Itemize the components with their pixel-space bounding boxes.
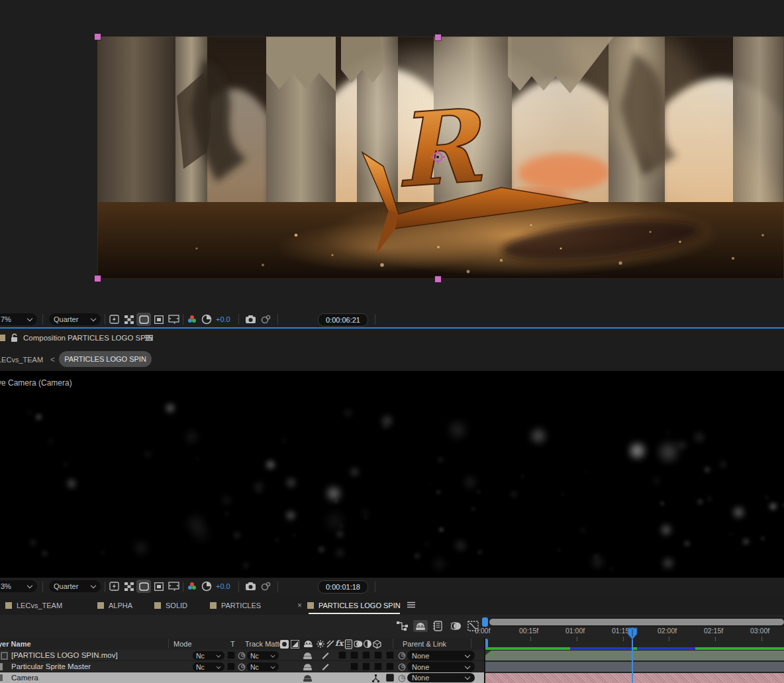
hide-shy-layers-icon[interactable] bbox=[413, 620, 428, 632]
timeline-tab-alpha[interactable]: ALPHA bbox=[97, 596, 132, 615]
pixel-aspect-correction-icon[interactable] bbox=[167, 314, 180, 325]
3d-layer-toggle[interactable] bbox=[374, 651, 382, 659]
show-channel-icon[interactable] bbox=[186, 581, 198, 592]
snapshot-camera-icon[interactable] bbox=[244, 581, 257, 592]
layer-duration-bar[interactable] bbox=[485, 651, 784, 660]
transparency-grid-icon[interactable] bbox=[123, 314, 135, 325]
parent-toggle[interactable] bbox=[386, 674, 394, 682]
layer-row[interactable]: Particular Sprite Master Nc Nc bbox=[0, 661, 484, 672]
exposure-reset-icon[interactable] bbox=[201, 313, 213, 325]
bokeh-particle bbox=[532, 429, 545, 443]
parent-toggle[interactable] bbox=[386, 662, 394, 670]
bokeh-particle bbox=[337, 531, 343, 537]
timeline-tab-particles[interactable]: PARTICLES bbox=[210, 596, 261, 615]
layer-duration-bar[interactable] bbox=[485, 662, 784, 672]
track-matte-dropdown[interactable]: Nc bbox=[247, 651, 279, 660]
motion-blur-icon[interactable] bbox=[449, 620, 462, 632]
timeline-tab-particles-logo-spin[interactable]: × PARTICLES LOGO SPIN bbox=[297, 596, 415, 615]
quality-toggle[interactable] bbox=[322, 651, 330, 660]
column-track-matte[interactable]: Track Matte bbox=[245, 640, 283, 648]
current-time-display[interactable]: 0:00:06:21 bbox=[318, 313, 368, 327]
show-snapshot-icon[interactable] bbox=[260, 314, 273, 325]
selection-handle-top-center[interactable] bbox=[435, 34, 441, 40]
guides-safe-areas-icon[interactable] bbox=[153, 581, 165, 592]
column-parent-link[interactable]: Parent & Link bbox=[403, 640, 446, 648]
exposure-reset-icon[interactable] bbox=[201, 580, 213, 592]
layer-row[interactable]: [PARTICLES LOGO SPIN.mov] Nc Nc bbox=[0, 650, 484, 661]
show-channel-icon[interactable] bbox=[186, 314, 198, 325]
bokeh-particle bbox=[282, 439, 285, 443]
layer-row-selected[interactable]: Camera None bbox=[0, 672, 484, 683]
axis-mode-icon[interactable] bbox=[371, 674, 380, 682]
unlock-icon[interactable] bbox=[10, 333, 19, 342]
region-of-interest-icon[interactable] bbox=[136, 313, 151, 326]
timeline-tab-lecvs-team[interactable]: LECvs_TEAM bbox=[5, 596, 62, 615]
track-matte-pickwhip-icon[interactable] bbox=[237, 651, 246, 660]
breadcrumb-current-comp[interactable]: PARTICLES LOGO SPIN bbox=[59, 351, 152, 367]
shy-toggle[interactable] bbox=[302, 674, 313, 682]
track-matte-dropdown[interactable]: Nc bbox=[247, 662, 279, 671]
parent-pickwhip-icon[interactable] bbox=[397, 651, 406, 660]
panel-menu-icon[interactable] bbox=[144, 333, 154, 342]
magnification-dropdown[interactable]: 7% bbox=[0, 313, 37, 325]
navigator-bar[interactable] bbox=[489, 619, 784, 625]
resolution-dropdown[interactable]: Quarter bbox=[49, 580, 101, 592]
current-time-display[interactable]: 0:00:01:18 bbox=[318, 580, 368, 594]
magnification-dropdown[interactable]: 3% bbox=[0, 580, 37, 592]
show-snapshot-icon[interactable] bbox=[260, 581, 273, 592]
3d-layer-toggle[interactable] bbox=[374, 662, 382, 670]
region-of-interest-icon[interactable] bbox=[136, 580, 151, 593]
selection-handle-bottom-left[interactable] bbox=[95, 276, 101, 282]
quality-toggle[interactable] bbox=[322, 662, 330, 671]
column-preserve-transparency[interactable]: T bbox=[230, 640, 235, 648]
fast-previews-icon[interactable] bbox=[108, 581, 120, 592]
preserve-transparency-toggle[interactable] bbox=[227, 662, 235, 670]
layer-name[interactable]: [PARTICLES LOGO SPIN.mov] bbox=[11, 651, 118, 659]
parent-pickwhip-icon[interactable] bbox=[397, 674, 406, 682]
selection-handle-top-left[interactable] bbox=[95, 34, 101, 40]
column-layer-name[interactable]: yer Name bbox=[0, 640, 31, 648]
column-mode[interactable]: Mode bbox=[173, 640, 192, 648]
motion-blur-toggle[interactable] bbox=[362, 662, 370, 670]
blend-mode-dropdown[interactable]: Nc bbox=[193, 651, 224, 660]
effects-toggle[interactable] bbox=[338, 651, 346, 659]
parent-dropdown[interactable]: None bbox=[407, 673, 475, 682]
effects-toggle[interactable] bbox=[350, 662, 358, 670]
svg-text:R: R bbox=[391, 86, 488, 211]
parent-pickwhip-icon[interactable] bbox=[397, 662, 406, 671]
timeline-tab-solid[interactable]: SOLID bbox=[154, 596, 187, 615]
layer-name[interactable]: Camera bbox=[11, 674, 38, 682]
playhead-head[interactable] bbox=[627, 627, 638, 643]
frame-blending-icon[interactable] bbox=[432, 620, 445, 632]
navigator-start-handle[interactable] bbox=[482, 617, 488, 627]
parent-toggle[interactable] bbox=[386, 651, 394, 659]
resolution-dropdown[interactable]: Quarter bbox=[49, 313, 101, 325]
timeline-navigator-track[interactable] bbox=[484, 617, 784, 627]
parent-dropdown[interactable]: None bbox=[407, 662, 475, 672]
track-matte-pickwhip-icon[interactable] bbox=[237, 662, 246, 671]
preserve-transparency-toggle[interactable] bbox=[227, 651, 235, 659]
composition-image[interactable]: R bbox=[97, 36, 784, 279]
motion-blur-toggle[interactable] bbox=[362, 651, 370, 659]
composition-mini-flowchart-icon[interactable] bbox=[396, 620, 409, 632]
parent-dropdown[interactable]: None bbox=[407, 651, 475, 660]
guides-safe-areas-icon[interactable] bbox=[153, 314, 165, 325]
frame-blend-toggle[interactable] bbox=[350, 651, 358, 659]
fast-previews-icon[interactable] bbox=[108, 314, 120, 325]
transparency-grid-icon[interactable] bbox=[123, 581, 135, 592]
layer-duration-bar-selected[interactable] bbox=[485, 673, 784, 683]
pixel-aspect-correction-icon[interactable] bbox=[167, 581, 180, 592]
shy-toggle[interactable] bbox=[302, 651, 313, 660]
preview-viewer[interactable] bbox=[0, 371, 784, 578]
exposure-value[interactable]: +0.0 bbox=[216, 315, 230, 323]
layer-name[interactable]: Particular Sprite Master bbox=[11, 662, 91, 670]
panel-menu-icon[interactable] bbox=[407, 602, 415, 609]
ruler-label: 00:15f bbox=[519, 627, 538, 635]
breadcrumb-parent-comp[interactable]: LECvs_TEAM bbox=[0, 356, 43, 364]
close-tab-icon[interactable]: × bbox=[297, 601, 302, 610]
blend-mode-dropdown[interactable]: Nc bbox=[193, 662, 224, 671]
selection-handle-bottom-center[interactable] bbox=[435, 276, 441, 282]
shy-toggle[interactable] bbox=[302, 662, 313, 671]
snapshot-camera-icon[interactable] bbox=[244, 314, 257, 325]
exposure-value[interactable]: +0.0 bbox=[216, 582, 230, 590]
